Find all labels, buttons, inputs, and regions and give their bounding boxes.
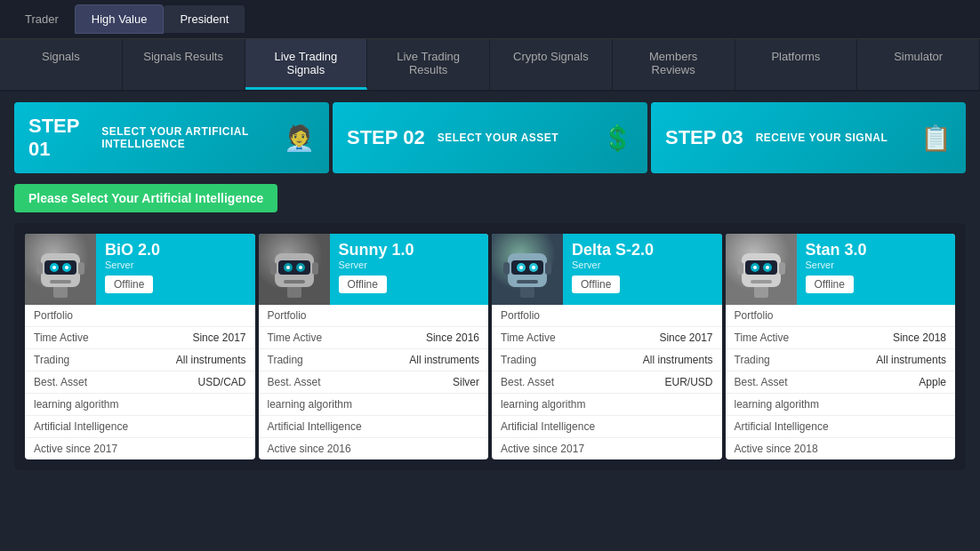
row-label: Best. Asset [268, 376, 321, 388]
svg-rect-43 [751, 280, 772, 283]
row-value: All instruments [643, 354, 713, 366]
row-value: Silver [453, 376, 479, 388]
svg-rect-32 [517, 280, 538, 283]
step-number: STEP 02 [347, 126, 425, 149]
card-status: Offline [105, 276, 153, 293]
card-status: Offline [572, 276, 620, 293]
svg-rect-5 [44, 260, 76, 275]
card-row: Artificial Intelligence [259, 416, 489, 438]
svg-rect-3 [36, 262, 43, 275]
card-title-area: BiO 2.0 Server Offline [96, 234, 255, 300]
tab-trader[interactable]: Trader [9, 5, 75, 33]
svg-rect-15 [312, 262, 318, 275]
nav-item-live-trading-signals[interactable]: Live Trading Signals [245, 39, 368, 90]
ai-card-sunny[interactable]: Sunny 1.0 Server Offline Portfolio Time … [259, 234, 489, 459]
svg-point-20 [299, 266, 302, 269]
tab-high-value[interactable]: High Value [75, 4, 165, 34]
svg-rect-21 [284, 280, 305, 283]
steps-banner: STEP 01 SELECT YOUR ARTIFICIAL INTELLIGE… [14, 102, 966, 173]
svg-rect-16 [278, 260, 310, 275]
nav-item-signals-results[interactable]: Signals Results [123, 39, 245, 90]
top-bar: Trader High Value President [0, 0, 980, 39]
svg-rect-12 [287, 285, 301, 298]
nav-item-live-trading-results[interactable]: Live Trading Results [367, 39, 490, 90]
card-server: Server [572, 260, 713, 270]
row-label: Trading [268, 354, 303, 366]
ai-card-bio[interactable]: BiO 2.0 Server Offline Portfolio Time Ac… [25, 234, 255, 459]
card-name: Delta S-2.0 [572, 241, 713, 260]
row-label: Portfolio [34, 309, 73, 322]
row-value: USD/CAD [197, 376, 245, 388]
tab-president[interactable]: President [164, 5, 245, 33]
card-row: Trading All instruments [492, 349, 722, 371]
ai-card-stan[interactable]: Stan 3.0 Server Offline Portfolio Time A… [726, 234, 956, 459]
row-label: learning algorithm [735, 398, 819, 411]
row-label: Artificial Intelligence [34, 420, 128, 433]
row-label: Active since 2016 [268, 443, 351, 455]
step-label: SELECT YOUR ASSET [438, 132, 559, 144]
step-icon: 🧑‍💼 [284, 124, 315, 153]
row-label: Portfolio [268, 309, 307, 322]
row-label: Trading [735, 354, 770, 366]
card-name: Stan 3.0 [806, 241, 947, 260]
card-row: Portfolio [726, 305, 956, 327]
row-label: Best. Asset [735, 376, 788, 388]
card-status: Offline [806, 276, 854, 293]
card-row: learning algorithm [259, 394, 489, 416]
card-row: learning algorithm [25, 394, 255, 416]
row-label: Trading [501, 354, 536, 366]
card-row: Time Active Since 2017 [25, 327, 255, 349]
card-row: Portfolio [25, 305, 255, 327]
row-label: Active since 2017 [501, 443, 584, 455]
row-value: Since 2016 [426, 331, 479, 344]
card-header: BiO 2.0 Server Offline [25, 234, 255, 305]
card-avatar [25, 234, 96, 305]
card-name: BiO 2.0 [105, 241, 246, 260]
row-label: Portfolio [501, 309, 540, 322]
svg-point-9 [65, 266, 68, 269]
card-row: Best. Asset Apple [726, 371, 956, 394]
card-title-area: Delta S-2.0 Server Offline [563, 234, 722, 300]
row-label: Time Active [34, 331, 89, 344]
card-server: Server [105, 260, 246, 270]
card-row: Active since 2017 [25, 438, 255, 459]
row-value: Since 2017 [192, 331, 245, 344]
ai-card-delta[interactable]: Delta S-2.0 Server Offline Portfolio Tim… [492, 234, 722, 459]
card-row: Time Active Since 2018 [726, 327, 956, 349]
card-row: Artificial Intelligence [25, 416, 255, 438]
card-body: Portfolio Time Active Since 2018 Trading… [726, 305, 956, 459]
row-label: Artificial Intelligence [735, 420, 829, 433]
card-title-area: Stan 3.0 Server Offline [797, 234, 956, 300]
row-label: Artificial Intelligence [501, 420, 595, 433]
card-avatar [259, 234, 330, 305]
svg-point-30 [519, 266, 523, 269]
nav-item-signals[interactable]: Signals [0, 39, 123, 90]
card-body: Portfolio Time Active Since 2017 Trading… [25, 305, 255, 459]
row-label: Best. Asset [34, 376, 87, 388]
row-label: Portfolio [735, 309, 774, 322]
row-label: Best. Asset [501, 376, 554, 388]
nav-item-members-reviews[interactable]: Members Reviews [613, 39, 735, 90]
nav-item-crypto-signals[interactable]: Crypto Signals [490, 39, 613, 90]
card-row: learning algorithm [492, 394, 722, 416]
row-label: learning algorithm [268, 398, 352, 411]
svg-point-31 [532, 266, 535, 269]
row-value: All instruments [176, 354, 246, 366]
svg-rect-10 [50, 280, 71, 283]
svg-rect-14 [270, 262, 277, 275]
row-value: All instruments [876, 354, 946, 366]
nav-item-simulator[interactable]: Simulator [857, 39, 980, 90]
step-number: STEP 01 [28, 115, 89, 161]
nav-item-platforms[interactable]: Platforms [735, 39, 858, 90]
card-row: Artificial Intelligence [492, 416, 722, 438]
svg-point-42 [766, 266, 769, 269]
step-number: STEP 03 [665, 126, 743, 149]
row-value: Since 2018 [893, 331, 946, 344]
card-row: Trading All instruments [259, 349, 489, 371]
card-row: Portfolio [492, 305, 722, 327]
row-label: Trading [34, 354, 69, 366]
row-value: EUR/USD [664, 376, 712, 388]
step-label: SELECT YOUR ARTIFICIAL INTELLIGENCE [101, 125, 284, 150]
card-row: Active since 2016 [259, 438, 489, 459]
row-label: Time Active [735, 331, 790, 344]
